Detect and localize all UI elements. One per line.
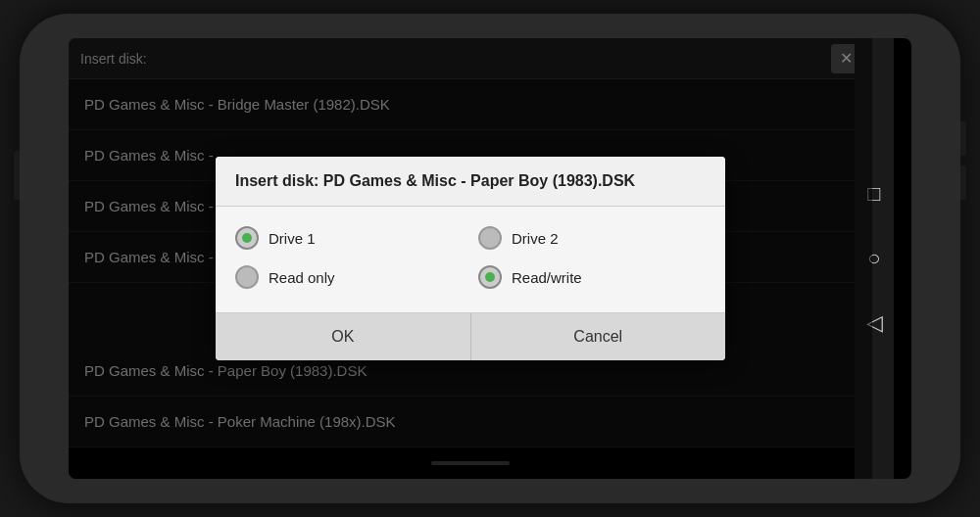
readonly-label: Read only: [269, 269, 335, 286]
ok-button[interactable]: OK: [216, 313, 471, 360]
readwrite-label: Read/write: [512, 269, 582, 286]
screen-content: Insert disk: ✕ PD Games & Misc - Bridge …: [69, 38, 872, 479]
dialog-title: Insert disk: PD Games & Misc - Paper Boy…: [216, 157, 725, 207]
drive2-label: Drive 2: [512, 230, 559, 247]
readwrite-radio[interactable]: [478, 265, 502, 289]
drive1-radio[interactable]: [235, 226, 259, 250]
volume-button: [14, 151, 20, 200]
drive1-option[interactable]: Drive 1: [235, 226, 463, 250]
dialog-overlay: Insert disk: PD Games & Misc - Paper Boy…: [69, 38, 872, 479]
drive-options: Drive 1 Drive 2: [235, 226, 706, 289]
drive2-option[interactable]: Drive 2: [478, 226, 706, 250]
phone-screen: Insert disk: ✕ PD Games & Misc - Bridge …: [69, 38, 911, 479]
dialog-body: Drive 1 Drive 2: [216, 207, 725, 312]
readwrite-option[interactable]: Read/write: [478, 265, 706, 289]
cancel-button[interactable]: Cancel: [471, 313, 726, 360]
insert-disk-dialog: Insert disk: PD Games & Misc - Paper Boy…: [216, 157, 725, 360]
readonly-radio[interactable]: [235, 265, 259, 289]
phone-device: Insert disk: ✕ PD Games & Misc - Bridge …: [20, 14, 960, 503]
drive2-radio[interactable]: [478, 226, 502, 250]
readonly-option[interactable]: Read only: [235, 265, 463, 289]
power-button-mid: [960, 165, 966, 200]
drive1-label: Drive 1: [269, 230, 316, 247]
power-button-top: [960, 121, 966, 156]
dialog-buttons: OK Cancel: [216, 312, 725, 360]
